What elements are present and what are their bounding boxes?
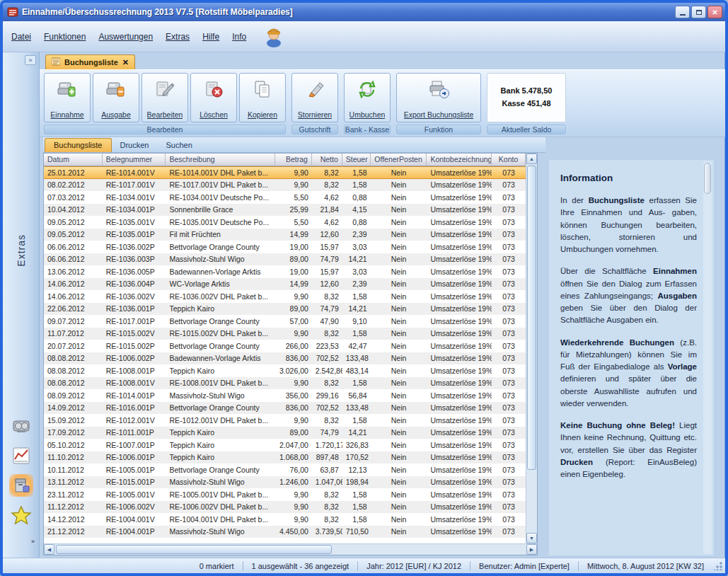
resize-grip-icon[interactable]: [714, 562, 722, 570]
menu-extras[interactable]: Extras: [166, 32, 190, 42]
column-header-kontobezeichnung[interactable]: Kontobezeichnung: [427, 154, 492, 166]
loeschen-button[interactable]: Löschen: [190, 73, 237, 122]
menu-datei[interactable]: Datei: [11, 32, 31, 42]
table-cell: 073: [492, 391, 526, 400]
close-button[interactable]: ✕: [707, 6, 722, 18]
table-cell: RE-1008.001P: [103, 367, 166, 375]
table-row[interactable]: 08.02.2012RE-1017.001VRE-1017.001V DHL P…: [44, 179, 526, 192]
column-header-belegnummer[interactable]: Belegnummer: [103, 154, 166, 166]
table-row[interactable]: 08.08.2012RE-1008.001PTeppich Kairo3.026…: [44, 364, 526, 377]
table-row[interactable]: 08.09.2012RE-1014.001PMassivholz-Stuhl W…: [44, 389, 526, 402]
subtab-suchen[interactable]: Suchen: [157, 139, 200, 152]
table-cell: 8,32: [312, 379, 342, 387]
expand-icon[interactable]: »: [25, 55, 36, 65]
table-row[interactable]: 08.08.2012RE-1008.001VRE-1008.001V DHL P…: [44, 377, 526, 390]
export-buchungsliste-button[interactable]: Export Buchungsliste: [396, 73, 481, 122]
table-row[interactable]: 14.12.2012RE-1004.001VRE-1004.001V DHL P…: [44, 513, 526, 526]
table-cell: Nein: [371, 502, 427, 511]
table-row[interactable]: 17.09.2012RE-1011.001PTeppich Kairo89,00…: [44, 427, 526, 439]
bank-saldo: Bank 5.478,50: [501, 85, 553, 98]
horizontal-scroll-thumb[interactable]: [56, 545, 332, 554]
menu-hilfe[interactable]: Hilfe: [202, 32, 219, 42]
minimize-button[interactable]: [675, 6, 690, 18]
status-bar: 0 markiert1 ausgewählt - 36 angezeigtJah…: [3, 558, 725, 573]
table-cell: 073: [492, 180, 526, 189]
stornieren-button[interactable]: Stornieren: [291, 73, 338, 122]
table-row[interactable]: 23.11.2012RE-1005.001VRE-1005.001V DHL P…: [44, 488, 526, 501]
table-cell: 073: [492, 441, 526, 449]
table-row[interactable]: 22.06.2012RE-1036.001PTeppich Kairo89,00…: [44, 303, 526, 316]
table-cell: 326,83: [342, 441, 371, 449]
table-row[interactable]: 11.07.2012RE-1015.002VRE-1015.002V DHL P…: [44, 328, 526, 340]
table-row[interactable]: 25.01.2012RE-1014.001VRE-1014.001V DHL P…: [44, 166, 526, 179]
restore-button[interactable]: [691, 6, 706, 18]
table-row[interactable]: 10.11.2012RE-1005.001PBettvorlage Orange…: [44, 463, 526, 476]
column-header-netto[interactable]: Netto: [312, 154, 342, 166]
table-cell: Umsatzerlöse 19%: [427, 527, 492, 536]
column-header-betrag[interactable]: Betrag: [275, 154, 312, 166]
star-icon[interactable]: [9, 504, 33, 526]
scroll-up-icon[interactable]: ▲: [526, 154, 537, 164]
user-icon[interactable]: [263, 26, 284, 47]
table-row[interactable]: 06.06.2012RE-1036.002PBettvorlage Orange…: [44, 241, 526, 253]
info-scrollbar[interactable]: [703, 161, 712, 554]
table-row[interactable]: 10.04.2012RE-1034.001PSonnenbrille Grace…: [44, 204, 526, 217]
einnahme-button[interactable]: Einnahme: [44, 73, 91, 122]
scroll-left-icon[interactable]: ◀: [44, 544, 54, 555]
table-cell: 08.08.2012: [44, 354, 103, 362]
table-row[interactable]: 09.05.2012RE-1035.001VRE-1035.001V Deuts…: [44, 216, 526, 229]
chart-icon[interactable]: [9, 444, 33, 467]
table-cell: 1,58: [342, 329, 371, 338]
table-row[interactable]: 11.12.2012RE-1006.002VRE-1006.002V DHL P…: [44, 501, 526, 514]
column-header-konto[interactable]: Konto: [492, 154, 526, 166]
bearbeiten-button[interactable]: Bearbeiten: [141, 73, 188, 122]
money-counter-icon[interactable]: [9, 415, 33, 437]
table-cell: Umsatzerlöse 19%: [427, 329, 492, 338]
table-cell: 266,00: [275, 342, 312, 350]
edit-icon: [153, 79, 177, 104]
tab-buchungsliste[interactable]: Buchungsliste ✕: [45, 54, 135, 69]
table-row[interactable]: 09.07.2012RE-1017.001PBettvorlage Orange…: [44, 315, 526, 328]
vertical-scrollbar[interactable]: ▲ ▼: [526, 154, 537, 543]
chevron-icon[interactable]: »: [31, 538, 35, 545]
table-row[interactable]: 20.07.2012RE-1015.002PBettvorlage Orange…: [44, 340, 526, 352]
table-row[interactable]: 13.06.2012RE-1036.005PBadewannen-Vorlage…: [44, 265, 526, 278]
column-header-beschreibung[interactable]: Beschreibung: [166, 154, 275, 166]
table-row[interactable]: 09.05.2012RE-1035.001PFil mit Früchten14…: [44, 229, 526, 241]
table-cell: Umsatzerlöse 19%: [427, 180, 492, 189]
info-scroll-thumb[interactable]: [704, 163, 711, 194]
kopieren-button[interactable]: Kopieren: [239, 73, 286, 122]
menu-info[interactable]: Info: [232, 32, 246, 42]
scroll-down-icon[interactable]: ▼: [526, 533, 537, 543]
table-cell: RE-1006.001P: [103, 453, 166, 461]
table-row[interactable]: 07.03.2012RE-1034.001VRE-1034.001V Deuts…: [44, 191, 526, 204]
column-header-steuer[interactable]: Steuer: [342, 154, 371, 166]
vertical-scroll-thumb[interactable]: [527, 166, 536, 470]
table-row[interactable]: 14.06.2012RE-1036.004PWC-Vorlage Arktis1…: [44, 278, 526, 291]
menu-auswertungen[interactable]: Auswertungen: [98, 32, 153, 42]
subtab-buchungsliste[interactable]: Buchungsliste: [45, 138, 112, 152]
table-row[interactable]: 14.06.2012RE-1036.002VRE-1036.002V DHL P…: [44, 290, 526, 303]
table-row[interactable]: 08.08.2012RE-1006.002PBadewannen-Vorlage…: [44, 352, 526, 365]
menu-funktionen[interactable]: Funktionen: [44, 32, 86, 42]
column-header-offenerposten[interactable]: OffenerPosten: [371, 154, 427, 166]
table-cell: 3.739,50: [312, 527, 342, 536]
subtab-drucken[interactable]: Drucken: [112, 139, 158, 152]
table-row[interactable]: 06.06.2012RE-1036.003PMassivholz-Stuhl W…: [44, 253, 526, 266]
table-row[interactable]: 13.11.2012RE-1015.001PMassivholz-Stuhl W…: [44, 476, 526, 489]
toolbar: Einnahme Ausgabe Bearbeite: [40, 69, 725, 137]
table-cell: Umsatzerlöse 19%: [427, 391, 492, 400]
table-row[interactable]: 14.09.2012RE-1016.001PBettvorlage Orange…: [44, 402, 526, 415]
horizontal-scrollbar[interactable]: ◀ ▶: [44, 543, 537, 555]
archive-box-icon[interactable]: [9, 474, 33, 497]
tab-close-icon[interactable]: ✕: [122, 58, 129, 67]
ausgabe-button[interactable]: Ausgabe: [93, 73, 139, 122]
table-row[interactable]: 05.10.2012RE-1007.001PTeppich Kairo2.047…: [44, 439, 526, 451]
table-row[interactable]: 11.10.2012RE-1006.001PTeppich Kairo1.068…: [44, 451, 526, 464]
table-row[interactable]: 15.09.2012RE-1012.001VRE-1012.001V DHL P…: [44, 414, 526, 427]
scroll-right-icon[interactable]: ▶: [526, 544, 537, 555]
column-header-datum[interactable]: Datum: [44, 154, 103, 166]
table-row[interactable]: 21.12.2012RE-1004.001PMassivholz-Stuhl W…: [44, 526, 526, 538]
table-cell: Umsatzerlöse 19%: [427, 453, 492, 461]
umbuchen-button[interactable]: Umbuchen: [344, 73, 391, 122]
